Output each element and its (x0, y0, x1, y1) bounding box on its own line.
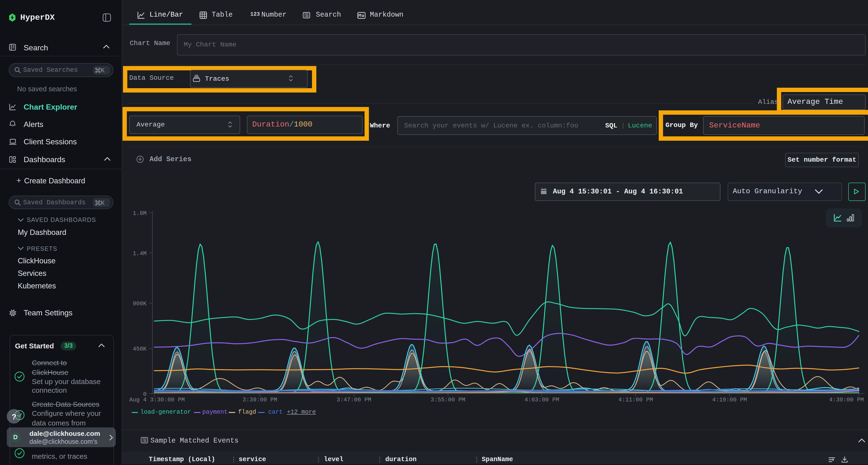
svg-text:1.4M: 1.4M (133, 250, 147, 257)
svg-text:3:47:00 PM: 3:47:00 PM (337, 397, 371, 403)
svg-text:Aug 4 3:30:00 PM: Aug 4 3:30:00 PM (129, 397, 185, 403)
svg-text:4:03:00 PM: 4:03:00 PM (524, 397, 559, 403)
svg-text:900K: 900K (133, 300, 147, 307)
svg-text:4:11:00 PM: 4:11:00 PM (618, 397, 653, 403)
svg-text:3:55:00 PM: 3:55:00 PM (431, 397, 465, 403)
svg-text:450K: 450K (133, 346, 147, 352)
svg-text:4:19:00 PM: 4:19:00 PM (712, 397, 747, 403)
svg-text:4:30:00 PM: 4:30:00 PM (829, 397, 864, 403)
svg-text:3:39:00 PM: 3:39:00 PM (243, 397, 277, 403)
svg-text:1.8M: 1.8M (133, 210, 147, 217)
